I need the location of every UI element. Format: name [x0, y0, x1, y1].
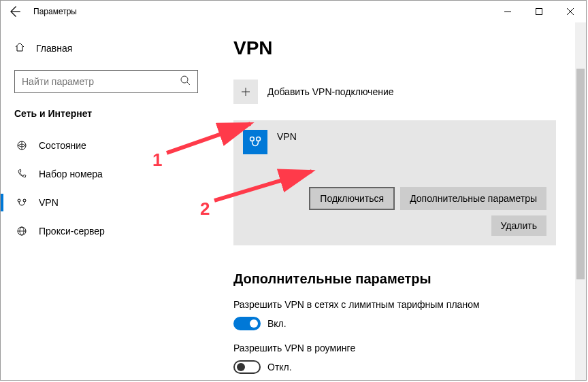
sidebar-item-label: VPN [39, 197, 59, 208]
svg-line-6 [187, 82, 190, 85]
sidebar-item-dialup[interactable]: Набор номера [14, 160, 198, 188]
sidebar-home-label: Главная [36, 43, 72, 54]
scrollbar[interactable] [575, 22, 586, 380]
minimize-button[interactable] [492, 1, 523, 22]
settings-window: Параметры Главная Сеть и Интернет [0, 0, 587, 381]
vpn-icon [16, 197, 28, 208]
add-vpn-label: Добавить VPN-подключение [267, 86, 394, 97]
roaming-label: Разрешить VPN в роуминге [233, 343, 564, 353]
svg-point-9 [23, 199, 26, 202]
status-icon [16, 140, 28, 151]
close-button[interactable] [555, 1, 586, 22]
vpn-actions-row: Подключиться Дополнительные параметры [243, 187, 546, 210]
setting-metered: Разрешить VPN в сетях с лимитным тарифны… [233, 299, 564, 330]
plus-icon [233, 80, 258, 104]
sidebar-item-proxy[interactable]: Прокси-сервер [14, 217, 198, 245]
titlebar: Параметры [1, 1, 586, 22]
search-box[interactable] [14, 70, 198, 93]
sidebar-home[interactable]: Главная [14, 36, 198, 60]
delete-button[interactable]: Удалить [491, 215, 546, 236]
add-vpn-button[interactable]: Добавить VPN-подключение [233, 80, 564, 104]
vpn-connection-card[interactable]: VPN Подключиться Дополнительные параметр… [233, 120, 556, 245]
sidebar-item-label: Прокси-сервер [39, 226, 105, 237]
vpn-connection-name: VPN [277, 130, 297, 142]
metered-toggle[interactable] [233, 317, 261, 330]
back-button[interactable] [7, 5, 21, 18]
nav-list: Состояние Набор номера VPN [14, 131, 198, 245]
vpn-card-header: VPN [243, 130, 546, 154]
vpn-actions-row-2: Удалить [243, 215, 546, 236]
main-content: VPN Добавить VPN-подключение VPN [212, 22, 586, 380]
sidebar-item-vpn[interactable]: VPN [14, 188, 198, 217]
advanced-section-title: Дополнительные параметры [233, 271, 564, 287]
roaming-toggle-row: Откл. [233, 360, 564, 374]
sidebar: Главная Сеть и Интернет Состояние [1, 22, 212, 380]
svg-point-8 [18, 199, 20, 202]
window-body: Главная Сеть и Интернет Состояние [1, 22, 586, 380]
connect-button[interactable]: Подключиться [309, 187, 395, 210]
sidebar-item-label: Набор номера [39, 169, 103, 179]
globe-icon [16, 226, 28, 237]
metered-state: Вкл. [267, 318, 287, 329]
sidebar-item-label: Состояние [39, 140, 86, 151]
roaming-state: Откл. [267, 362, 292, 372]
window-title: Параметры [33, 7, 77, 16]
maximize-button[interactable] [523, 1, 555, 22]
category-header: Сеть и Интернет [14, 108, 198, 119]
sidebar-item-status[interactable]: Состояние [14, 131, 198, 160]
advanced-options-button[interactable]: Дополнительные параметры [400, 187, 546, 210]
annotation-number-1: 1 [152, 150, 162, 171]
scrollbar-thumb[interactable] [576, 69, 585, 279]
svg-rect-2 [536, 9, 542, 15]
titlebar-left: Параметры [7, 5, 77, 18]
svg-point-15 [250, 137, 254, 141]
main-inner: VPN Добавить VPN-подключение VPN [212, 22, 586, 374]
metered-label: Разрешить VPN в сетях с лимитным тарифны… [233, 299, 564, 310]
page-title: VPN [233, 37, 564, 59]
window-controls [492, 1, 586, 22]
search-input[interactable] [22, 76, 172, 87]
svg-point-16 [257, 137, 261, 141]
roaming-toggle[interactable] [233, 360, 261, 374]
annotation-number-2: 2 [200, 198, 210, 220]
home-icon [14, 41, 25, 55]
setting-roaming: Разрешить VPN в роуминге Откл. [233, 343, 564, 374]
svg-point-5 [181, 76, 188, 83]
search-icon [180, 75, 191, 88]
vpn-tile-icon [243, 130, 267, 154]
phone-icon [16, 169, 28, 179]
metered-toggle-row: Вкл. [233, 317, 564, 330]
